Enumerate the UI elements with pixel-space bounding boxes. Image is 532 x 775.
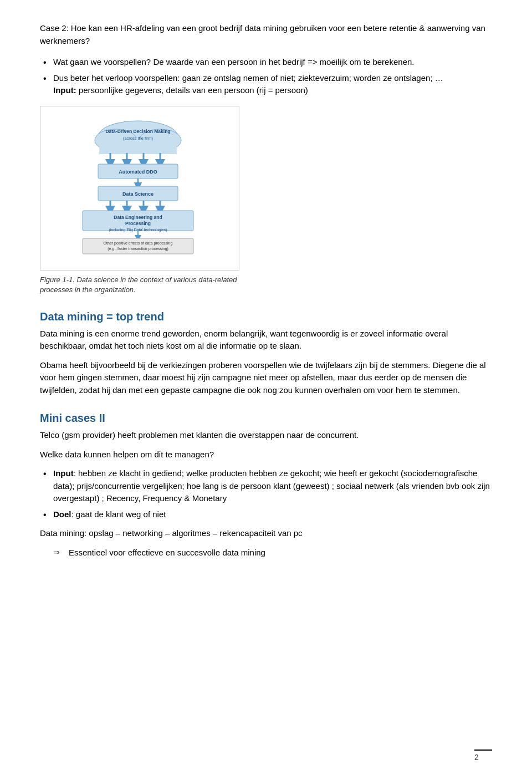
arrow-bullet-item: Essentieel voor effectieve en succesvoll…	[53, 547, 492, 559]
data-mining-heading: Data mining = top trend	[40, 310, 492, 323]
bullet-text-2: Dus beter het verloop voorspellen: gaan …	[53, 73, 443, 83]
figure-container: Data-Driven Decision Making (across the …	[40, 106, 492, 295]
mini-cases-heading: Mini cases II	[40, 412, 492, 425]
intro-bullet-list: Wat gaan we voorspellen? De waarde van e…	[40, 56, 492, 97]
page-number: 2	[474, 753, 479, 762]
svg-text:Other positive effects of data: Other positive effects of data processin…	[104, 241, 173, 246]
doel-text: : gaat de klant weg of niet	[71, 509, 166, 519]
svg-text:Data Science: Data Science	[122, 191, 154, 197]
mini-cases-intro-1: Telco (gsm provider) heeft problemen met…	[40, 429, 492, 442]
data-mining-paragraph: Data mining is een enorme trend geworden…	[40, 328, 492, 353]
svg-text:(across the firm): (across the firm)	[123, 136, 154, 141]
figure-caption: Figure 1-1. Data science in the context …	[40, 275, 250, 295]
data-mining-bottom: Data mining: opslag – networking – algor…	[40, 527, 492, 540]
mini-cases-bullet-input: Input: hebben ze klacht in gediend; welk…	[40, 467, 492, 505]
arrow-bullet-list: Essentieel voor effectieve en succesvoll…	[53, 547, 492, 559]
bullet-item-2: Dus beter het verloop voorspellen: gaan …	[40, 72, 492, 97]
input-text-1: persoonlijke gegevens, details van een p…	[76, 85, 308, 95]
page: Case 2: Hoe kan een HR-afdeling van een …	[0, 0, 532, 775]
input-text-mini: : hebben ze klacht in gediend; welke pro…	[53, 468, 490, 503]
input-label-1: Input:	[53, 85, 76, 95]
doel-label: Doel	[53, 509, 71, 519]
svg-text:Data Engineering and: Data Engineering and	[114, 215, 162, 220]
figure-diagram: Data-Driven Decision Making (across the …	[40, 106, 239, 271]
input-label-mini: Input	[53, 468, 74, 478]
page-number-container: 2	[474, 749, 492, 762]
bullet-text-3: Input: persoonlijke gegevens, details va…	[53, 85, 308, 95]
bullet-item-1: Wat gaan we voorspellen? De waarde van e…	[40, 56, 492, 69]
svg-text:Data-Driven Decision Making: Data-Driven Decision Making	[105, 129, 170, 134]
obama-paragraph: Obama heeft bijvoorbeeld bij de verkiezi…	[40, 359, 492, 397]
page-number-line	[474, 749, 492, 751]
mini-cases-bullet-doel: Doel: gaat de klant weg of niet	[40, 508, 492, 521]
bullet-text-1: Wat gaan we voorspellen? De waarde van e…	[53, 57, 415, 67]
diagram-svg: Data-Driven Decision Making (across the …	[49, 115, 230, 261]
svg-text:Processing: Processing	[125, 221, 151, 226]
mini-cases-intro-2: Welke data kunnen helpen om dit te manag…	[40, 448, 492, 461]
arrow-bullet-text: Essentieel voor effectieve en succesvoll…	[69, 548, 265, 557]
case-heading: Case 2: Hoe kan een HR-afdeling van een …	[40, 22, 492, 47]
mini-cases-bullet-list: Input: hebben ze klacht in gediend; welk…	[40, 467, 492, 521]
svg-text:Automated DDO: Automated DDO	[119, 169, 157, 175]
svg-text:(e.g., faster transaction proc: (e.g., faster transaction processing)	[108, 247, 168, 251]
